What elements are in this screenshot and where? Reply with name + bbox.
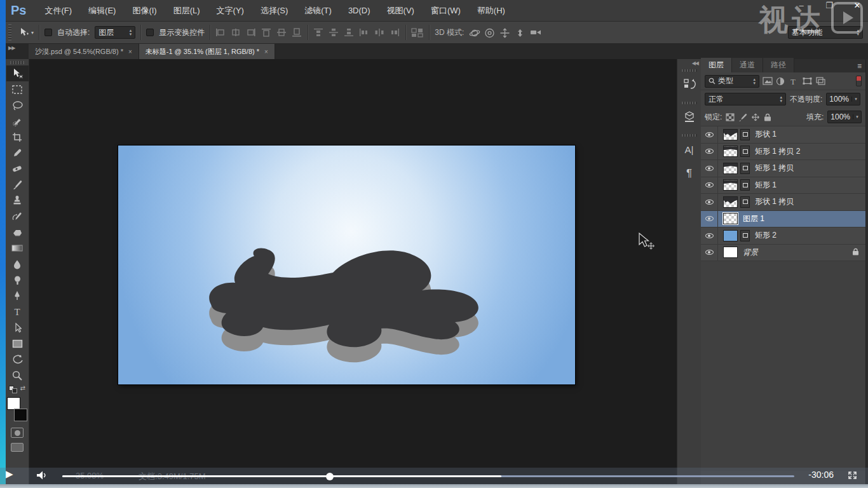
distribute-top-icon[interactable] — [313, 28, 324, 37]
layer-thumbnail[interactable] — [723, 247, 738, 258]
menu-edit[interactable]: 编辑(E) — [80, 0, 124, 22]
distribute-bottom-icon[interactable] — [344, 28, 355, 37]
progress-handle[interactable] — [326, 473, 334, 480]
history-panel-button[interactable] — [678, 75, 701, 94]
menu-layer[interactable]: 图层(L) — [165, 0, 208, 22]
layer-name[interactable]: 形状 1 拷贝 — [755, 196, 794, 207]
3d-zoom-camera-icon[interactable] — [530, 28, 541, 37]
paragraph-panel-button[interactable]: ¶ — [678, 164, 701, 183]
eraser-tool[interactable] — [6, 224, 29, 240]
layer-name[interactable]: 图层 1 — [743, 214, 764, 224]
panel-menu-icon[interactable]: ≡ — [853, 62, 865, 72]
crop-tool[interactable] — [6, 129, 29, 145]
vector-mask-badge[interactable] — [740, 230, 750, 241]
lock-position-icon[interactable] — [751, 113, 760, 121]
canvas[interactable] — [118, 146, 575, 384]
rotate-view-tool[interactable] — [6, 351, 29, 367]
layer-row-shape1-copy[interactable]: 形状 1 拷贝 — [701, 194, 865, 211]
align-right-icon[interactable] — [246, 28, 257, 37]
clone-stamp-tool[interactable] — [6, 193, 29, 208]
filter-adjustment-layers-icon[interactable] — [776, 77, 786, 86]
3d-roll-icon[interactable] — [484, 28, 495, 37]
default-swap-colors[interactable]: ⇄ — [8, 384, 27, 393]
filter-shape-layers-icon[interactable] — [803, 77, 813, 86]
eyedropper-tool[interactable] — [6, 145, 29, 161]
filter-type-layers-icon[interactable]: T — [789, 77, 799, 86]
marquee-tool[interactable] — [6, 81, 29, 97]
layer-name[interactable]: 矩形 1 拷贝 2 — [755, 146, 800, 157]
document-area[interactable] — [29, 59, 677, 488]
dock-collapse-icon[interactable]: ◀◀ — [677, 59, 701, 67]
menu-help[interactable]: 帮助(H) — [469, 0, 513, 22]
layer-name[interactable]: 矩形 1 — [755, 180, 776, 191]
tab-paths[interactable]: 路径 — [763, 58, 794, 72]
tab1-close-icon[interactable]: × — [128, 48, 132, 55]
visibility-toggle[interactable] — [701, 211, 718, 227]
distribute-vcenter-icon[interactable] — [329, 28, 339, 37]
volume-icon[interactable] — [36, 470, 48, 482]
history-brush-tool[interactable] — [6, 208, 29, 224]
layer-thumbnail[interactable] — [723, 196, 738, 208]
align-vcenter-icon[interactable] — [276, 28, 287, 37]
opacity-caret-icon[interactable]: ▾ — [851, 97, 860, 102]
minimize-button[interactable]: – — [794, 1, 808, 11]
layer-name[interactable]: 形状 1 — [755, 129, 776, 140]
menu-image[interactable]: 图像(I) — [124, 0, 165, 22]
quick-selection-tool[interactable] — [6, 113, 29, 129]
play-button[interactable]: ▶ — [6, 468, 13, 480]
move-tool-preset[interactable]: ▾ — [19, 27, 34, 37]
character-panel-button[interactable]: A| — [678, 140, 701, 159]
filter-on-off-toggle[interactable] — [856, 76, 862, 86]
layer-row-rect2[interactable]: 矩形 2 — [701, 227, 865, 245]
fill-caret-icon[interactable]: ▾ — [853, 114, 861, 119]
filter-pixel-layers-icon[interactable] — [763, 77, 773, 86]
layer-name[interactable]: 矩形 2 — [755, 230, 776, 241]
layer-row-rect1-copy[interactable]: 矩形 1 拷贝 — [701, 160, 865, 177]
maximize-button[interactable]: ❐ — [822, 1, 836, 11]
vector-mask-badge[interactable] — [740, 179, 750, 191]
close-button[interactable]: ✕ — [850, 1, 864, 11]
tab-document-2-active[interactable]: 未标题-1 @ 35.1% (图层 1, RGB/8) * × — [139, 44, 275, 59]
layer-thumbnail[interactable] — [723, 146, 738, 157]
healing-brush-tool[interactable] — [6, 161, 29, 177]
show-transform-checkbox[interactable] — [146, 29, 154, 36]
align-bottom-icon[interactable] — [292, 28, 302, 37]
3d-orbit-icon[interactable] — [469, 28, 480, 37]
dodge-tool[interactable] — [6, 272, 29, 288]
align-top-icon[interactable] — [261, 28, 272, 37]
visibility-toggle[interactable] — [701, 245, 718, 261]
align-hcenter-icon[interactable] — [231, 28, 241, 37]
lasso-tool[interactable] — [6, 97, 29, 113]
menu-3d[interactable]: 3D(D) — [340, 0, 379, 22]
menu-type[interactable]: 文字(Y) — [208, 0, 252, 22]
fullscreen-icon[interactable] — [847, 470, 858, 482]
layer-row-shape1[interactable]: 形状 1 — [701, 126, 865, 144]
vector-mask-badge[interactable] — [740, 163, 750, 174]
visibility-toggle[interactable] — [701, 194, 718, 210]
visibility-toggle[interactable] — [701, 144, 718, 160]
move-tool[interactable] — [6, 65, 29, 81]
layer-thumbnail[interactable] — [723, 179, 738, 191]
filter-smart-objects-icon[interactable] — [816, 77, 826, 86]
menu-filter[interactable]: 滤镜(T) — [296, 0, 340, 22]
menu-select[interactable]: 选择(S) — [252, 0, 296, 22]
align-left-icon[interactable] — [215, 28, 226, 37]
path-selection-tool[interactable] — [6, 320, 29, 336]
layer-row-layer1-selected[interactable]: 图层 1 — [701, 211, 865, 228]
auto-select-target-dropdown[interactable]: 图层 ▴▾ — [95, 26, 135, 39]
vector-mask-badge[interactable] — [740, 196, 750, 208]
progress-track[interactable] — [62, 475, 794, 477]
3d-slide-icon[interactable] — [515, 28, 526, 37]
swap-colors-icon[interactable]: ⇄ — [20, 384, 25, 391]
menu-view[interactable]: 视图(V) — [379, 0, 423, 22]
3d-pan-icon[interactable] — [499, 28, 510, 37]
layer-row-background[interactable]: 背景 — [701, 245, 865, 262]
vector-mask-badge[interactable] — [740, 129, 750, 140]
filter-type-dropdown[interactable]: 类型 ▴▾ — [705, 75, 759, 88]
pen-tool[interactable] — [6, 288, 29, 304]
lock-transparent-icon[interactable] — [726, 113, 735, 121]
tab2-close-icon[interactable]: × — [264, 48, 268, 55]
gradient-tool[interactable] — [6, 240, 29, 256]
foreground-color-swatch[interactable] — [7, 397, 20, 410]
background-color-swatch[interactable] — [14, 409, 27, 421]
